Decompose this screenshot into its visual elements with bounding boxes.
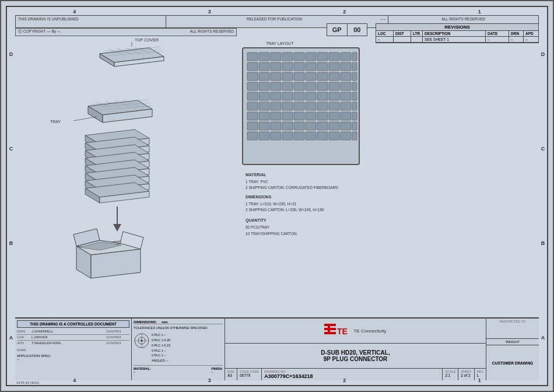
svg-rect-59 [247,52,258,61]
svg-rect-81 [271,72,281,80]
svg-rect-130 [259,122,269,130]
title-text-area: D-SUB HD20, VERTICAL, 9P PLUG CONNECTOR [225,344,486,368]
svg-rect-166 [328,324,330,334]
svg-rect-75 [317,62,328,71]
svg-rect-88 [352,72,357,80]
svg-rect-148 [352,132,357,140]
svg-rect-78 [352,62,357,71]
svg-rect-98 [352,82,357,90]
sig-apd: APD T.WHEELER-KING 10APR03 [17,341,129,346]
svg-rect-87 [341,72,351,80]
app-spec-section: APPLICATION SPEC: – [17,354,129,361]
svg-rect-93 [294,82,304,90]
sig-chk-date: 10APR03 [106,335,129,340]
sig-chk: CHK L.DRIVER 10APR03 [17,335,129,341]
app-spec-label: APPLICATION SPEC: [17,354,51,358]
svg-rect-126 [329,112,339,120]
row-marker-c-right: C [541,146,545,152]
svg-rect-133 [294,122,304,130]
svg-rect-102 [282,92,293,100]
col-marker-bot-3: 3 [208,377,211,383]
svg-rect-143 [294,132,304,140]
gp-dist: 00 [348,24,367,36]
col-marker-4: 4 [73,9,76,15]
col-marker-bot-1: 1 [478,377,481,383]
svg-rect-62 [282,52,293,61]
name-label: NAME [17,348,129,352]
col-marker-2: 2 [343,9,346,15]
drawing-subtitle: 9P PLUG CONNECTOR [227,356,483,362]
customer-drawing-label: CUSTOMER DRAWING [492,361,533,365]
weight-label: WEIGHT [488,340,538,344]
row-marker-b-left: B [9,240,13,246]
material-col: MATERIAL: – [134,367,151,374]
weight-cell: WEIGHT [486,339,539,345]
svg-rect-106 [329,92,339,100]
svg-rect-104 [306,92,316,100]
rights-reserved: ALL RIGHTS RESERVED [190,29,234,33]
svg-text:1  TRAY: PVC: 1 TRAY: PVC [246,180,268,184]
material-val: – [134,370,151,374]
svg-rect-140 [259,132,269,140]
svg-rect-82 [282,72,293,80]
copyright-bar: Ⓒ COPYRIGHT — By — ALL RIGHTS RESERVED [15,28,237,36]
copyright-text: Ⓒ COPYRIGHT — By — [18,29,61,33]
svg-text:TRAY: TRAY [50,120,61,124]
svg-rect-132 [282,122,293,130]
restricted-section: RESTRICTED TO WEIGHT CUSTOMER DRAWING [486,318,539,380]
svg-rect-146 [329,132,339,140]
release-status: RELEASED FOR PUBLICATION [247,17,302,21]
row-marker-a-left: A [9,335,13,341]
svg-rect-141 [271,132,281,140]
svg-text:MATERIAL: MATERIAL [246,173,267,177]
svg-rect-91 [271,82,281,90]
svg-rect-80 [259,72,269,80]
svg-rect-79 [247,72,258,80]
svg-rect-107 [341,92,351,100]
drawing-title: D-SUB HD20, VERTICAL, [227,349,483,356]
svg-rect-145 [317,132,328,140]
tolerances-label: TOLERANCES UNLESS OTHERWISE SPECIFIED: [134,326,223,330]
dims-unit: mm [162,320,168,324]
svg-rect-72 [282,62,293,71]
svg-rect-89 [247,82,258,90]
main-drawing-svg: TOP COVER TRAY [15,36,539,318]
restricted-label: RESTRICTED TO [488,320,538,323]
rev-header-desc: DESCRIPTION [423,31,486,36]
finish-col: FINISH: – [211,367,223,374]
svg-rect-127 [341,112,351,120]
svg-rect-125 [317,112,328,120]
svg-rect-60 [259,52,269,61]
sig-dwn: DWN J.SANDWELL 10APR03 [17,329,129,335]
svg-rect-119 [247,112,258,120]
te-logo-svg: TE [324,323,350,339]
te-title-section: TE TE Connectivity D-SUB HD20, VERTICAL,… [225,318,486,380]
svg-rect-108 [352,92,357,100]
rev-header-loc: LOC [376,31,394,36]
row-marker-d-left: D [9,51,13,57]
svg-rect-136 [329,122,339,130]
svg-rect-137 [341,122,351,130]
svg-rect-116 [329,102,339,110]
svg-text:90 PCS/TRAY: 90 PCS/TRAY [246,225,270,229]
row-markers-left: D C B A [7,7,15,385]
finish-val: – [211,370,223,374]
svg-rect-65 [317,52,328,61]
sig-dwn-date: 10APR03 [106,329,129,334]
svg-rect-101 [271,92,281,100]
rights-text: ALL RIGHTS RESERVED [441,17,485,21]
svg-text:TOP COVER: TOP COVER [135,38,159,42]
svg-rect-61 [271,52,281,61]
dims-section: DIMENSIONS: mm TOLERANCES UNLESS OTHERWI… [132,318,225,380]
row-marker-c-left: C [9,146,13,152]
svg-marker-49 [113,224,121,232]
svg-rect-111 [271,102,281,110]
svg-rect-129 [247,122,258,130]
svg-rect-123 [294,112,304,120]
svg-text:TRAY LAYOUT: TRAY LAYOUT [266,41,294,46]
drawing-status: THIS DRAWING IS UNPUBLISHED [18,17,79,21]
col-marker-bot-2: 2 [343,377,346,383]
svg-rect-110 [259,102,269,110]
sig-dwn-label: DWN [17,329,31,334]
sig-apd-date: 10APR03 [106,341,129,346]
